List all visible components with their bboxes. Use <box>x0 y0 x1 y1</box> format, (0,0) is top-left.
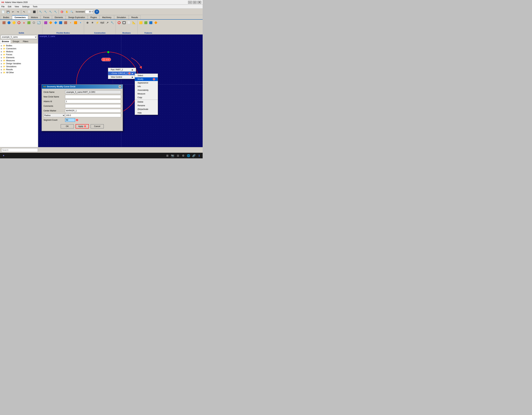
solid-box-icon[interactable]: 🟫 <box>2 20 6 25</box>
zoom-in-button[interactable]: 🔍 <box>69 9 74 14</box>
cancel-button[interactable]: Cancel <box>91 124 104 129</box>
browse-tab-filters[interactable]: Filters <box>21 40 30 43</box>
flex-icon6[interactable]: 🔸 <box>68 20 73 25</box>
solid-revolution-icon[interactable]: 🔄 <box>37 20 41 25</box>
bool-icon4[interactable]: 📐 <box>132 20 136 25</box>
undo-button[interactable]: ↩ <box>11 9 15 14</box>
menu-settings[interactable]: Settings <box>22 5 30 8</box>
tab-simulation[interactable]: Simulation <box>114 15 129 19</box>
tree-item-bodies[interactable]: ⊞ 📁 Bodies <box>1 44 37 47</box>
tab-forces[interactable]: Forces <box>41 15 52 19</box>
compass-icon[interactable]: ✦ <box>1 153 6 158</box>
info2-icon[interactable]: ℹ <box>197 153 201 158</box>
tree-item-forces[interactable]: ⊞ 📁 Forces <box>1 53 37 56</box>
solid-torus-icon[interactable]: ⭕ <box>17 20 21 25</box>
close-button[interactable]: ✕ <box>197 1 201 4</box>
radius-value-input[interactable] <box>65 113 121 117</box>
solid-cylinder-icon[interactable]: 🔵 <box>7 20 11 25</box>
browse-tab-browse[interactable]: Browse <box>0 40 11 43</box>
tab-elements[interactable]: Elements <box>52 15 66 19</box>
feature-icon1[interactable]: 🟨 <box>139 20 143 25</box>
layout-icon[interactable]: ⊟ <box>176 153 180 158</box>
move-button[interactable]: ✋ <box>65 9 69 14</box>
tree-item-design-variables[interactable]: ⊞ 📁 Design Variables <box>1 62 37 65</box>
construction-icon3[interactable]: ⚡ <box>95 20 100 25</box>
cm-view-control[interactable]: View Control <box>108 75 136 79</box>
tree-item-measures[interactable]: ⊞ 📁 Measures <box>1 59 37 62</box>
flex-icon8[interactable]: 🔹 <box>78 20 83 25</box>
feature-icon4[interactable]: 🔶 <box>153 20 158 25</box>
bool-intersect-icon[interactable]: ⬜ <box>127 20 131 25</box>
tab-design-exploration[interactable]: Design Exploration <box>66 15 87 19</box>
cm-appearance[interactable]: Appearance <box>135 81 158 85</box>
cm-circle[interactable]: –Circle: CIRCLE_1 b <box>108 72 136 75</box>
view4[interactable]: 🔧 <box>53 9 58 14</box>
menu-edit[interactable]: Edit <box>7 5 12 8</box>
tab-connectors[interactable]: Connectors <box>12 15 28 19</box>
search-input[interactable] <box>1 148 38 152</box>
target-button[interactable]: 🎯 <box>59 9 64 14</box>
viewport-canvas[interactable]: example_5_cams <box>38 35 203 147</box>
tree-item-elements[interactable]: ⊞ 📁 Elements <box>1 56 37 59</box>
solid-extrusion-icon[interactable]: ⬡ <box>32 20 36 25</box>
tree-item-connectors[interactable]: ⊞ 📁 Connectors <box>1 47 37 50</box>
feature-icon3[interactable]: 🟦 <box>149 20 153 25</box>
construction-icon2[interactable]: ✳ <box>90 20 95 25</box>
grid-icon[interactable]: ⊞ <box>165 153 169 158</box>
construction-icon6[interactable]: 🔧 <box>110 20 114 25</box>
construction-icon5[interactable]: ↗ <box>105 20 110 25</box>
circle-name-input[interactable] <box>65 90 121 94</box>
ok-button[interactable]: OK <box>61 124 74 129</box>
cm-part[interactable]: Part: PART_2 <box>108 68 136 72</box>
new-button[interactable]: 📄 <box>1 9 5 14</box>
flex-icon1[interactable]: 🟪 <box>43 20 48 25</box>
tab-plugins[interactable]: Plugins <box>88 15 99 19</box>
view2[interactable]: 🔧 <box>43 9 48 14</box>
segment-count-input[interactable] <box>65 118 75 122</box>
flex-icon3[interactable]: 🔷 <box>53 20 58 25</box>
cm-select[interactable]: Select <box>135 74 158 77</box>
center-marker-input[interactable] <box>65 109 121 112</box>
settings2-icon[interactable]: ⚙ <box>181 153 185 158</box>
view1[interactable]: 🔧 <box>38 9 43 14</box>
link-icon[interactable]: 🔗 <box>192 153 196 158</box>
solid-sphere-icon[interactable]: 🟡 <box>12 20 16 25</box>
cm-measure[interactable]: Measure <box>135 92 158 96</box>
cm-modify[interactable]: Modify c <box>135 77 158 81</box>
dialog-close-button[interactable]: ✕ <box>119 85 121 88</box>
rotate-button[interactable]: ⬛ <box>32 9 37 14</box>
flex-icon5[interactable]: 🟫 <box>63 20 68 25</box>
tab-results[interactable]: Results <box>129 15 141 19</box>
flex-icon7[interactable]: 🟧 <box>73 20 78 25</box>
model-dropdown[interactable]: .example_5_cams <box>1 35 37 39</box>
tab-bodies[interactable]: Bodies <box>1 15 12 19</box>
menu-file[interactable]: File <box>1 5 5 8</box>
cm-info[interactable]: Info <box>135 85 158 88</box>
tab-motions[interactable]: Motions <box>28 15 40 19</box>
menu-tools[interactable]: Tools <box>32 5 38 8</box>
tree-item-simulations[interactable]: ⊞ 📁 Simulations <box>1 65 37 68</box>
tree-item-all-other[interactable]: ⊞ 📁 All Other <box>1 71 37 74</box>
flex-icon2[interactable]: 🔶 <box>48 20 53 25</box>
increment-input[interactable] <box>85 10 94 14</box>
feature-icon2[interactable]: 🟩 <box>143 20 148 25</box>
apply-button[interactable]: Apply e <box>76 124 89 129</box>
adams-id-input[interactable] <box>65 100 121 103</box>
flex-icon4[interactable]: 🟦 <box>58 20 63 25</box>
new-circle-name-input[interactable] <box>65 95 121 99</box>
cm-rename[interactable]: Rename <box>135 104 158 107</box>
view3[interactable]: 🔧 <box>48 9 53 14</box>
tab-machinery[interactable]: Machinery <box>100 15 114 19</box>
help-button[interactable]: ? <box>95 9 99 14</box>
solid-cone-icon[interactable]: 🔺 <box>22 20 26 25</box>
radius-type-select[interactable]: Radius <box>44 113 65 117</box>
zoom-button[interactable]: ⬜ <box>27 9 32 14</box>
minimize-button[interactable]: − <box>188 1 192 4</box>
cm-copy[interactable]: Copy <box>135 96 158 99</box>
bool-subtract-icon[interactable]: 🔲 <box>122 20 126 25</box>
redo-button[interactable]: ↪ <box>16 9 20 14</box>
cm-deactivate[interactable]: (De)activate <box>135 107 158 111</box>
solid-plate-icon[interactable]: 🟩 <box>27 20 31 25</box>
globe-icon[interactable]: 🌐 <box>186 153 191 158</box>
select-tool[interactable]: ↖ <box>22 9 27 14</box>
